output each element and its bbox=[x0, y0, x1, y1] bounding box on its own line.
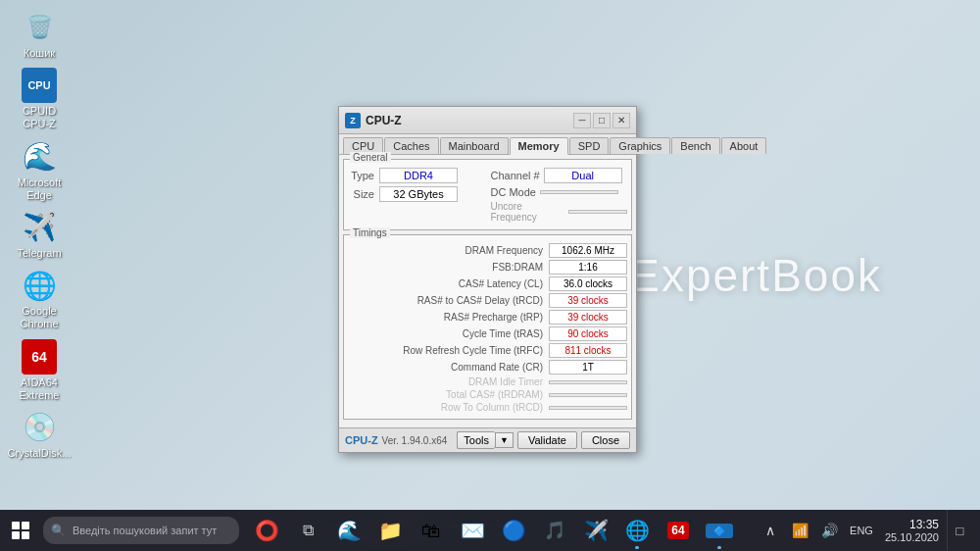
timing-value-3: 39 clocks bbox=[549, 293, 627, 308]
taskbar-cpuz-button[interactable]: 🔷 bbox=[700, 510, 739, 551]
window-content: General Type DDR4 Size 32 GBytes bbox=[339, 155, 636, 427]
size-value: 32 GBytes bbox=[379, 186, 458, 202]
timing-label-10: Row To Column (tRCD) bbox=[348, 402, 549, 413]
tab-bench[interactable]: Bench bbox=[671, 137, 719, 154]
taskbar-right: ∧ 📶 🔊 ENG 13:35 25.10.2020 □ bbox=[758, 510, 980, 551]
tab-about[interactable]: About bbox=[721, 137, 767, 154]
taskbar-telegram-button[interactable]: ✈️ bbox=[576, 510, 615, 551]
general-left-col: Type DDR4 Size 32 GBytes bbox=[348, 168, 485, 225]
telegram-label: Telegram bbox=[17, 247, 61, 260]
tab-graphics[interactable]: Graphics bbox=[610, 137, 670, 154]
taskbar-clock[interactable]: 13:35 25.10.2020 bbox=[881, 518, 943, 543]
taskbar-date: 25.10.2020 bbox=[885, 531, 939, 543]
timing-value-6: 811 clocks bbox=[549, 343, 627, 358]
windows-logo-icon bbox=[12, 522, 29, 539]
desktop-icon-aida64[interactable]: 64 AIDA64 Extreme bbox=[8, 339, 71, 402]
validate-button[interactable]: Validate bbox=[517, 431, 577, 449]
timing-row-8: DRAM Idle Timer bbox=[348, 376, 627, 387]
edge-icon: 🌊 bbox=[22, 139, 57, 175]
size-row: Size 32 GBytes bbox=[348, 186, 485, 202]
tab-caches[interactable]: Caches bbox=[384, 137, 438, 154]
tools-dropdown-button[interactable]: ▼ bbox=[495, 432, 514, 448]
explorer-icon: 📁 bbox=[378, 519, 403, 542]
taskbar-edge-button[interactable]: 🌊 bbox=[329, 510, 368, 551]
taskbar-aida-button[interactable]: 64 bbox=[659, 510, 698, 551]
desktop-icon-edge[interactable]: 🌊 Microsoft Edge bbox=[8, 139, 71, 202]
recycle-bin-icon: 🗑️ bbox=[22, 10, 57, 45]
window-title-left: Z CPU-Z bbox=[345, 113, 402, 128]
uncore-row: Uncore Frequency bbox=[491, 201, 628, 223]
taskbar-search-input[interactable] bbox=[43, 517, 239, 544]
type-row: Type DDR4 bbox=[348, 168, 485, 183]
taskbar-search-wrapper[interactable]: 🔍 bbox=[43, 517, 239, 544]
desktop-icon-chrome[interactable]: 🌐 Google Chrome bbox=[8, 268, 71, 330]
timing-value-9 bbox=[549, 393, 627, 397]
chrome-icon: 🌐 bbox=[22, 268, 57, 303]
type-value: DDR4 bbox=[379, 168, 458, 183]
tab-mainboard[interactable]: Mainboard bbox=[440, 137, 509, 154]
desktop-icons: 🗑️ Кошик CPU CPUID CPU-Z 🌊 Microsoft Edg… bbox=[8, 10, 71, 460]
timings-section-label: Timings bbox=[350, 227, 390, 238]
channel-label: Channel # bbox=[491, 170, 544, 181]
cortana2-icon: 🔵 bbox=[502, 519, 526, 542]
taskbar-cortana2-button[interactable]: 🔵 bbox=[494, 510, 533, 551]
desktop-icon-recycle-bin[interactable]: 🗑️ Кошик bbox=[8, 10, 71, 60]
dcmode-label: DC Mode bbox=[491, 186, 540, 198]
start-button[interactable] bbox=[0, 510, 41, 551]
cortana-icon: ⭕ bbox=[255, 519, 279, 542]
timing-label-6: Row Refresh Cycle Time (tRFC) bbox=[348, 345, 549, 356]
dcmode-value bbox=[540, 190, 618, 194]
minimize-button[interactable]: ─ bbox=[573, 113, 591, 128]
cpuid-label: CPUID CPU-Z bbox=[8, 105, 71, 130]
taskbar-cortana-button[interactable]: ⭕ bbox=[247, 510, 286, 551]
tools-main-button[interactable]: Tools bbox=[457, 431, 495, 449]
timing-label-3: RAS# to CAS# Delay (tRCD) bbox=[348, 295, 549, 306]
timing-row-9: Total CAS# (tRDRAM) bbox=[348, 389, 627, 400]
timings-section-content: DRAM Frequency 1062.6 MHz FSB:DRAM 1:16 … bbox=[344, 235, 631, 419]
timing-value-7: 1T bbox=[549, 360, 627, 375]
timing-label-1: FSB:DRAM bbox=[348, 262, 549, 273]
close-button[interactable]: ✕ bbox=[612, 113, 630, 128]
desktop-icon-crystaldisk[interactable]: 💿 CrystalDisk... bbox=[8, 410, 71, 460]
store-icon: 🛍 bbox=[421, 520, 441, 542]
timing-row-5: Cycle Time (tRAS) 90 clocks bbox=[348, 326, 627, 341]
aida64-icon: 64 bbox=[22, 339, 57, 375]
timing-label-2: CAS# Latency (CL) bbox=[348, 278, 549, 289]
cpuid-icon: CPU bbox=[22, 68, 57, 103]
taskbar-store-button[interactable]: 🛍 bbox=[412, 510, 451, 551]
timing-value-5: 90 clocks bbox=[549, 326, 627, 341]
edge-label: Microsoft Edge bbox=[8, 176, 71, 202]
taskbar-language-label[interactable]: ENG bbox=[846, 525, 877, 536]
timing-label-7: Command Rate (CR) bbox=[348, 362, 549, 373]
taskbar-volume-icon[interactable]: 🔊 bbox=[816, 510, 842, 551]
taskbar-music-button[interactable]: 🎵 bbox=[535, 510, 574, 551]
bottom-buttons: Tools ▼ Validate Close bbox=[457, 431, 630, 449]
taskbar-taskview-button[interactable]: ⧉ bbox=[288, 510, 327, 551]
tab-memory[interactable]: Memory bbox=[510, 137, 568, 155]
timing-value-10 bbox=[549, 406, 627, 410]
aida-taskbar-icon: 64 bbox=[667, 522, 688, 539]
mail-icon: ✉️ bbox=[461, 519, 485, 542]
desktop-icon-cpuid[interactable]: CPU CPUID CPU-Z bbox=[8, 68, 71, 130]
desktop-icon-telegram[interactable]: ✈️ Telegram bbox=[8, 210, 71, 260]
taskbar-time: 13:35 bbox=[885, 518, 939, 531]
taskbar: 🔍 ⭕ ⧉ 🌊 📁 🛍 ✉️ 🔵 bbox=[0, 510, 980, 551]
notification-button[interactable]: □ bbox=[947, 510, 972, 551]
telegram-icon: ✈️ bbox=[22, 210, 57, 245]
uncore-value bbox=[568, 210, 627, 214]
taskbar-chevron-button[interactable]: ∧ bbox=[758, 510, 783, 551]
taskbar-chrome-button[interactable]: 🌐 bbox=[617, 510, 657, 551]
maximize-button[interactable]: □ bbox=[593, 113, 611, 128]
timing-value-4: 39 clocks bbox=[549, 310, 627, 325]
timing-row-10: Row To Column (tRCD) bbox=[348, 402, 627, 413]
general-section-content: Type DDR4 Size 32 GBytes Channel # bbox=[344, 160, 631, 229]
tab-spd[interactable]: SPD bbox=[569, 137, 610, 154]
timing-value-1: 1:16 bbox=[549, 260, 627, 275]
close-window-button[interactable]: Close bbox=[581, 431, 630, 449]
channel-row: Channel # Dual bbox=[491, 168, 628, 183]
timing-label-5: Cycle Time (tRAS) bbox=[348, 328, 549, 339]
taskbar-explorer-button[interactable]: 📁 bbox=[370, 510, 410, 551]
timings-section: Timings DRAM Frequency 1062.6 MHz FSB:DR… bbox=[343, 234, 632, 420]
timing-row-7: Command Rate (CR) 1T bbox=[348, 360, 627, 375]
taskbar-mail-button[interactable]: ✉️ bbox=[453, 510, 492, 551]
